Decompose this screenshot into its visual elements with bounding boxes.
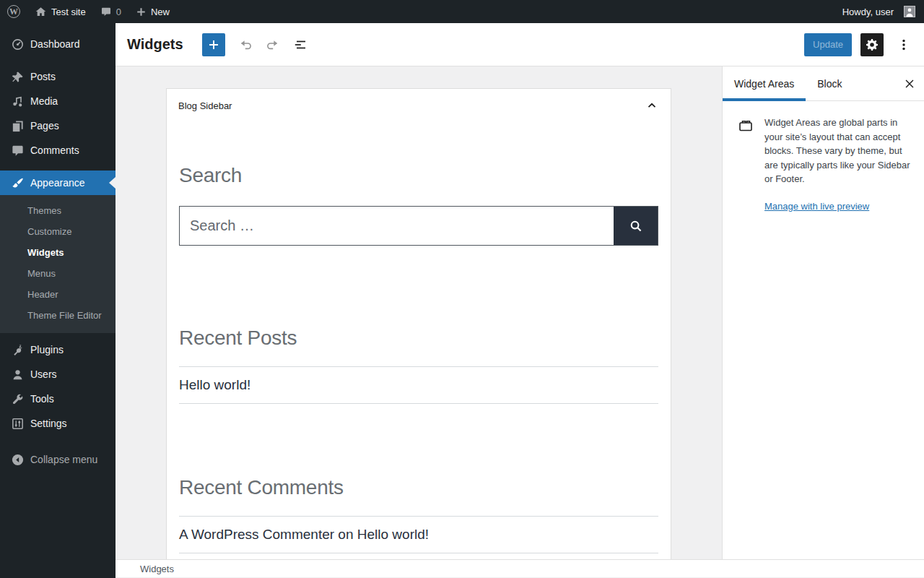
submenu-item-menus[interactable]: Menus xyxy=(0,263,116,284)
sidebar-item-media[interactable]: Media xyxy=(0,89,116,113)
wp-logo-menu[interactable]: W xyxy=(0,0,27,23)
comment-connector: on xyxy=(334,527,357,542)
widget-area-card: Blog Sidebar Search Recent Posts Hello w… xyxy=(166,88,671,577)
site-name-menu[interactable]: Test site xyxy=(27,0,93,23)
sidebar-item-label: Dashboard xyxy=(30,38,80,50)
appearance-submenu: Themes Customize Widgets Menus Header Th… xyxy=(0,195,116,333)
recent-posts-heading[interactable]: Recent Posts xyxy=(179,327,658,350)
new-label: New xyxy=(151,7,170,17)
collapse-arrow-icon xyxy=(10,452,25,467)
comments-icon xyxy=(10,143,25,158)
sidebar-item-appearance[interactable]: Appearance xyxy=(0,171,116,195)
settings-sliders-icon xyxy=(10,416,25,431)
appearance-brush-icon xyxy=(10,176,25,190)
search-widget-form xyxy=(179,206,658,246)
undo-icon xyxy=(238,38,253,52)
gear-icon xyxy=(865,38,879,52)
sidebar-item-tools[interactable]: Tools xyxy=(0,387,116,411)
search-magnifier-icon xyxy=(628,218,644,234)
recent-comments-heading[interactable]: Recent Comments xyxy=(179,476,658,499)
widget-area-toggle[interactable]: Blog Sidebar xyxy=(167,89,671,122)
collapse-menu-button[interactable]: Collapse menu xyxy=(0,447,116,472)
comments-menu[interactable]: 0 xyxy=(93,0,128,23)
sidebar-item-label: Pages xyxy=(30,120,59,131)
widget-area-title: Blog Sidebar xyxy=(178,100,232,111)
manage-live-preview-link[interactable]: Manage with live preview xyxy=(764,199,869,214)
sidebar-item-dashboard[interactable]: Dashboard xyxy=(0,32,116,56)
submenu-item-header[interactable]: Header xyxy=(0,284,116,305)
update-button[interactable]: Update xyxy=(804,33,852,56)
collapse-menu-label: Collapse menu xyxy=(30,454,97,465)
breadcrumb-widgets[interactable]: Widgets xyxy=(116,564,174,574)
howdy-account-menu[interactable]: Howdy, user xyxy=(835,0,915,23)
comment-bubble-icon xyxy=(100,6,112,17)
more-options-button[interactable] xyxy=(895,32,912,58)
sidebar-item-settings[interactable]: Settings xyxy=(0,411,116,436)
editor-canvas: Blog Sidebar Search Recent Posts Hello w… xyxy=(116,66,722,577)
recent-comment-line: A WordPress Commenter on Hello world! xyxy=(179,527,658,543)
sidebar-item-label: Comments xyxy=(30,144,79,156)
editor-header: Widgets Update xyxy=(116,23,924,66)
wordpress-logo-icon: W xyxy=(7,5,20,18)
submenu-item-customize[interactable]: Customize xyxy=(0,221,116,242)
page-title: Widgets xyxy=(127,36,183,53)
comments-count: 0 xyxy=(116,7,121,17)
list-view-icon xyxy=(293,38,308,52)
widgets-editor: Widgets Update Blog Sidebar xyxy=(116,23,924,578)
undo-button[interactable] xyxy=(232,32,258,58)
pin-icon xyxy=(10,69,25,84)
sidebar-item-comments[interactable]: Comments xyxy=(0,138,116,163)
media-icon xyxy=(10,94,25,108)
pages-icon xyxy=(10,118,25,133)
divider xyxy=(179,366,658,367)
widget-area-body: Search Recent Posts Hello world! Recent … xyxy=(167,164,671,553)
new-content-menu[interactable]: New xyxy=(128,0,177,23)
divider xyxy=(179,403,658,404)
plugin-icon xyxy=(10,342,25,357)
widget-areas-description: Widget Areas are global parts in your si… xyxy=(764,117,910,184)
howdy-label: Howdy, user xyxy=(842,7,894,17)
sidebar-item-label: Tools xyxy=(30,393,54,405)
user-avatar xyxy=(904,6,915,17)
dashboard-icon xyxy=(10,37,25,51)
tab-widget-areas[interactable]: Widget Areas xyxy=(723,66,806,100)
user-icon xyxy=(10,367,25,381)
search-widget-heading[interactable]: Search xyxy=(179,164,658,187)
settings-tabs: Widget Areas Block xyxy=(723,66,924,101)
kebab-menu-icon xyxy=(897,38,911,52)
submenu-item-theme-file-editor[interactable]: Theme File Editor xyxy=(0,305,116,326)
plus-icon xyxy=(136,7,147,17)
comment-author-link[interactable]: A WordPress Commenter xyxy=(179,527,334,542)
sidebar-item-plugins[interactable]: Plugins xyxy=(0,337,116,362)
submenu-item-widgets[interactable]: Widgets xyxy=(0,242,116,263)
widget-area-icon xyxy=(737,117,754,213)
divider xyxy=(179,553,658,553)
sidebar-item-pages[interactable]: Pages xyxy=(0,113,116,138)
submenu-item-themes[interactable]: Themes xyxy=(0,200,116,221)
close-icon xyxy=(903,77,916,90)
comment-post-link[interactable]: Hello world! xyxy=(357,527,429,542)
site-name-label: Test site xyxy=(51,7,86,17)
recent-post-link[interactable]: Hello world! xyxy=(179,377,658,393)
sidebar-item-posts[interactable]: Posts xyxy=(0,64,116,89)
home-icon xyxy=(35,6,47,18)
plus-icon xyxy=(206,38,221,52)
sidebar-item-label: Settings xyxy=(30,418,67,429)
admin-sidebar: Dashboard Posts Media Pages Comments App… xyxy=(0,23,116,578)
chevron-up-icon xyxy=(645,98,659,113)
search-input[interactable] xyxy=(180,207,614,245)
redo-icon xyxy=(266,38,280,52)
settings-sidebar: Widget Areas Block Widget Areas are glob… xyxy=(722,66,924,577)
block-inserter-button[interactable] xyxy=(202,33,225,56)
tab-block[interactable]: Block xyxy=(806,66,853,100)
redo-button[interactable] xyxy=(260,32,286,58)
wrench-icon xyxy=(10,392,25,406)
search-submit-button[interactable] xyxy=(614,207,658,245)
settings-toggle-button[interactable] xyxy=(860,33,884,56)
admin-top-bar: W Test site 0 New Howdy, user xyxy=(0,0,924,23)
sidebar-item-label: Users xyxy=(30,368,57,380)
sidebar-item-label: Plugins xyxy=(30,344,64,355)
sidebar-item-users[interactable]: Users xyxy=(0,362,116,387)
close-settings-button[interactable] xyxy=(895,66,924,100)
list-view-button[interactable] xyxy=(287,32,313,58)
